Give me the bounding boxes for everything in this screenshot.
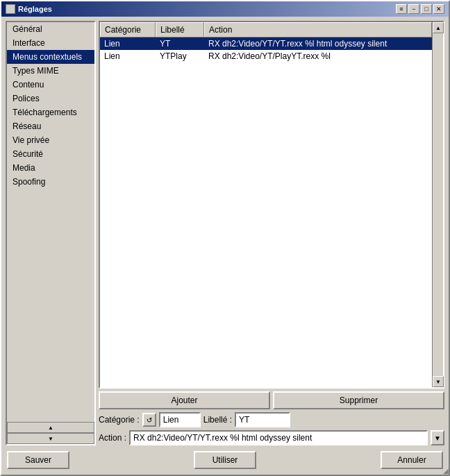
restore-button[interactable]: □ <box>421 4 432 14</box>
refresh-button[interactable]: ↺ <box>142 413 156 427</box>
col-header-categorie: Catégorie <box>100 22 156 37</box>
action-dropdown-button[interactable]: ▼ <box>431 430 444 445</box>
sidebar-item-vie-privee[interactable]: Vie privée <box>7 133 94 147</box>
bottom-buttons: Sauver Utiliser Annuler <box>6 448 444 470</box>
sidebar-item-interface[interactable]: Interface <box>7 36 94 50</box>
title-buttons: ≡ − □ ✕ <box>396 4 444 14</box>
table-area: Catégorie Libellé Action Lien YT RX dh2:… <box>99 21 444 389</box>
col-header-libelle: Libellé <box>156 22 204 37</box>
window-title: Réglages <box>18 5 52 13</box>
sidebar-scroll-up[interactable]: ▲ <box>7 422 94 433</box>
table-row[interactable]: Lien YT RX dh2:Video/YT/YT.rexx %l html … <box>100 37 443 50</box>
form-categorie-row: Catégorie : ↺ Libellé : <box>99 412 444 427</box>
categorie-label: Catégorie : <box>99 415 140 425</box>
settings-icon <box>6 4 15 14</box>
sidebar-item-menus-contextuels[interactable]: Menus contextuels <box>7 50 94 64</box>
title-bar: Réglages ≡ − □ ✕ <box>1 1 449 17</box>
extra-button[interactable]: ≡ <box>396 4 407 14</box>
resize-corner[interactable]: ◢ <box>440 466 449 475</box>
annuler-button[interactable]: Annuler <box>381 451 443 469</box>
title-bar-left: Réglages <box>6 4 52 14</box>
categorie-input[interactable] <box>159 412 201 427</box>
cell-libelle-1: YT <box>156 37 204 50</box>
action-buttons: Ajouter Supprimer <box>99 391 444 409</box>
sidebar-item-telechargements[interactable]: Téléchargements <box>7 105 94 119</box>
ajouter-button[interactable]: Ajouter <box>99 391 270 409</box>
table-header: Catégorie Libellé Action <box>100 22 443 37</box>
supprimer-button[interactable]: Supprimer <box>273 391 444 409</box>
right-panel: Catégorie Libellé Action Lien YT RX dh2:… <box>99 21 444 445</box>
action-label: Action : <box>99 433 126 443</box>
sidebar: Général Interface Menus contextuels Type… <box>6 21 96 445</box>
main-area: Général Interface Menus contextuels Type… <box>6 21 444 445</box>
sidebar-item-media[interactable]: Media <box>7 161 94 175</box>
table-scrollbar: ▲ ▼ <box>432 22 443 387</box>
libelle-input[interactable] <box>235 412 290 427</box>
cell-libelle-2: YTPlay <box>156 50 204 62</box>
settings-window: Réglages ≡ − □ ✕ Général Interface Menus… <box>0 0 450 476</box>
utiliser-button[interactable]: Utiliser <box>194 451 256 469</box>
close-button[interactable]: ✕ <box>433 4 444 14</box>
col-header-action: Action <box>204 22 432 37</box>
sidebar-item-securite[interactable]: Sécurité <box>7 147 94 161</box>
sidebar-item-spoofing[interactable]: Spoofing <box>7 175 94 189</box>
sidebar-item-general[interactable]: Général <box>7 22 94 36</box>
cell-action-2: RX dh2:Video/YT/PlayYT.rexx %l <box>204 50 443 62</box>
scrollbar-down[interactable]: ▼ <box>433 376 444 387</box>
table-row[interactable]: Lien YTPlay RX dh2:Video/YT/PlayYT.rexx … <box>100 50 443 62</box>
sauver-button[interactable]: Sauver <box>7 451 69 469</box>
sidebar-item-contenu[interactable]: Contenu <box>7 78 94 92</box>
action-input[interactable] <box>129 430 428 445</box>
libelle-label: Libellé : <box>203 415 232 425</box>
window-content: Général Interface Menus contextuels Type… <box>1 17 449 475</box>
form-action-row: Action : ▼ <box>99 430 444 445</box>
scrollbar-track[interactable] <box>433 33 443 376</box>
sidebar-item-polices[interactable]: Polices <box>7 92 94 105</box>
table-body: Lien YT RX dh2:Video/YT/YT.rexx %l html … <box>100 37 443 387</box>
cell-categorie-1: Lien <box>100 37 156 50</box>
scrollbar-up[interactable]: ▲ <box>433 22 444 33</box>
sidebar-item-types-mime[interactable]: Types MIME <box>7 64 94 78</box>
sidebar-item-reseau[interactable]: Réseau <box>7 119 94 133</box>
minimize-button[interactable]: − <box>408 4 419 14</box>
cell-action-1: RX dh2:Video/YT/YT.rexx %l html odyssey … <box>204 37 443 50</box>
sidebar-scroll-down[interactable]: ▼ <box>7 433 94 444</box>
cell-categorie-2: Lien <box>100 50 156 62</box>
